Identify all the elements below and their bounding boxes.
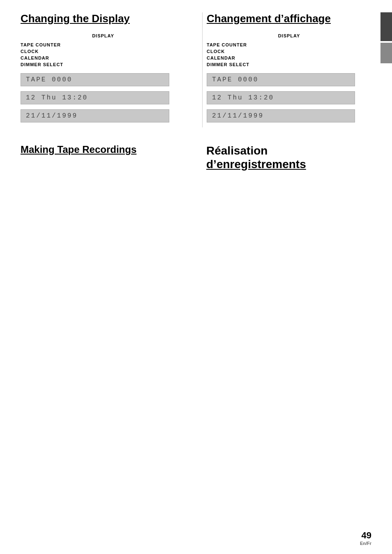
page-container: Changing the Display DISPLAY TAPE COUNTE… — [0, 0, 392, 554]
realisation-heading-line2: d’enregistrements — [206, 158, 371, 171]
list-item: CLOCK — [21, 49, 186, 54]
list-item: TAPE COUNTER — [21, 42, 186, 47]
page-number: 49 — [360, 530, 371, 541]
right-menu-list: TAPE COUNTER CLOCK CALENDAR DIMMER SELEC… — [207, 42, 371, 67]
realisation-heading-line1: Réalisation — [206, 144, 371, 158]
list-item: DIMMER SELECT — [207, 62, 371, 67]
main-content: Changing the Display DISPLAY TAPE COUNTE… — [21, 12, 371, 127]
bottom-section: Making Tape Recordings Réalisation d’enr… — [21, 144, 371, 171]
right-column: Changement d’affichage DISPLAY TAPE COUN… — [202, 12, 371, 127]
left-column: Changing the Display DISPLAY TAPE COUNTE… — [21, 12, 190, 127]
page-number-block: 49 En/Fr — [360, 530, 371, 546]
left-lcd-clock: 12 Thu 13:20 — [21, 91, 169, 104]
left-menu-list: TAPE COUNTER CLOCK CALENDAR DIMMER SELEC… — [21, 42, 186, 67]
right-lcd-tape: TAPE 0000 — [207, 73, 355, 86]
left-lcd-tape: TAPE 0000 — [21, 73, 169, 86]
making-tape-heading: Making Tape Recordings — [21, 144, 136, 155]
left-heading: Changing the Display — [21, 12, 186, 25]
right-heading: Changement d’affichage — [207, 12, 371, 25]
sidebar-tab-light — [380, 43, 392, 63]
list-item: CALENDAR — [21, 55, 186, 60]
right-lcd-calendar: 21/11/1999 — [207, 109, 355, 122]
sidebar-tab-dark — [380, 12, 392, 41]
left-lcd-calendar: 21/11/1999 — [21, 109, 169, 122]
list-item: CALENDAR — [207, 55, 371, 60]
list-item: DIMMER SELECT — [21, 62, 186, 67]
bottom-right: Réalisation d’enregistrements — [202, 144, 371, 171]
left-display-label: DISPLAY — [21, 33, 186, 38]
list-item: TAPE COUNTER — [207, 42, 371, 47]
list-item: CLOCK — [207, 49, 371, 54]
right-display-label: DISPLAY — [207, 33, 371, 38]
page-lang: En/Fr — [360, 541, 371, 546]
right-lcd-clock: 12 Thu 13:20 — [207, 91, 355, 104]
sidebar-tabs — [380, 12, 392, 63]
bottom-left: Making Tape Recordings — [21, 144, 190, 171]
